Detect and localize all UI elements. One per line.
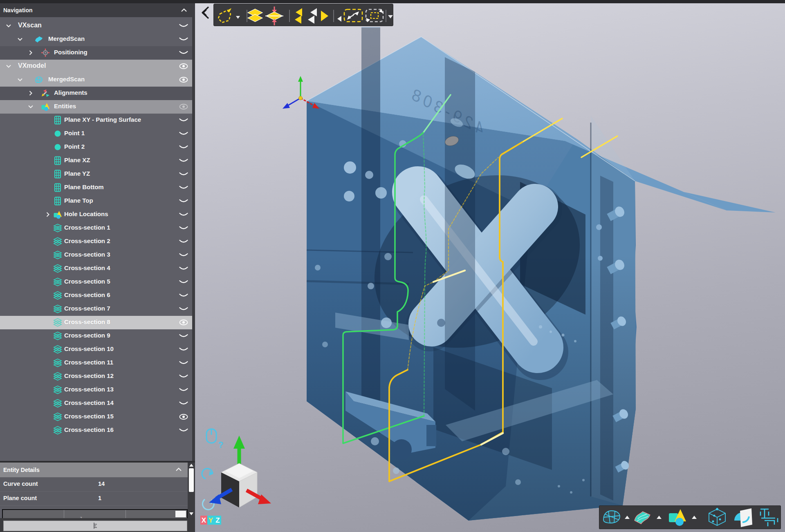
dropdown-caret-icon[interactable]	[388, 15, 393, 18]
surface-icon[interactable]	[635, 512, 650, 524]
step-back-double-icon[interactable]	[295, 8, 302, 24]
tree-scrollbar-track[interactable]	[192, 17, 195, 461]
eye-closed-icon[interactable]	[179, 277, 188, 286]
expander-open-icon[interactable]	[16, 35, 25, 44]
eye-closed-icon[interactable]	[179, 156, 188, 165]
point-cloud-cube-icon[interactable]	[709, 508, 725, 525]
table-scrollbar-corner[interactable]	[175, 511, 186, 517]
tree-row-cross-section-7[interactable]: Cross-section 7	[0, 302, 195, 316]
eye-closed-icon[interactable]	[179, 304, 188, 313]
eye-closed-icon[interactable]	[179, 250, 188, 259]
eye-closed-icon[interactable]	[179, 358, 188, 367]
tree-row-cross-section-11[interactable]: Cross-section 11	[0, 356, 195, 370]
tree-row-mergedscan[interactable]: MergedScan	[0, 73, 195, 87]
eye-closed-icon[interactable]	[179, 237, 188, 246]
expander-closed-icon[interactable]	[26, 48, 35, 57]
scrollbar-thumb[interactable]	[189, 468, 194, 492]
tree-row-plane-yz[interactable]: Plane YZ	[0, 168, 195, 181]
eye-closed-icon[interactable]	[179, 385, 188, 394]
eye-closed-icon[interactable]	[179, 210, 188, 219]
flyout-caret-icon[interactable]	[625, 516, 630, 519]
footer-progress-area[interactable]	[3, 521, 187, 531]
eye-closed-icon[interactable]	[179, 35, 188, 44]
tree-row-cross-section-12[interactable]: Cross-section 12	[0, 370, 195, 383]
tree-row-vxscan[interactable]: VXscan	[0, 19, 195, 33]
eye-closed-icon[interactable]	[179, 170, 188, 179]
tree-row-plane-xz[interactable]: Plane XZ	[0, 154, 195, 168]
eye-closed-icon[interactable]	[179, 291, 188, 300]
eye-closed-icon[interactable]	[179, 372, 188, 381]
collapse-up-icon[interactable]	[180, 7, 188, 13]
tree-row-point-1[interactable]: Point 1	[0, 127, 195, 141]
zoom-extents-icon[interactable]	[337, 9, 362, 22]
eye-closed-icon[interactable]	[179, 426, 188, 435]
eye-closed-icon[interactable]	[179, 183, 188, 192]
zoom-selection-icon[interactable]	[366, 9, 383, 22]
tree-row-mergedscan[interactable]: MergedScan	[0, 33, 195, 46]
expander-open-icon[interactable]	[4, 21, 13, 30]
tree-row-cross-section-10[interactable]: Cross-section 10	[0, 343, 195, 356]
cross-section-stack-icon[interactable]	[248, 9, 262, 22]
tree-row-plane-top[interactable]: Plane Top	[0, 194, 195, 208]
expander-closed-icon[interactable]	[43, 210, 52, 219]
datum-alignment-icon[interactable]	[760, 509, 778, 526]
tree-row-cross-section-1[interactable]: Cross-section 1	[0, 221, 195, 235]
expander-open-icon[interactable]	[4, 62, 13, 71]
tree-row-alignments[interactable]: Alignments	[0, 87, 195, 100]
tree-row-plane-xy-parting-surface[interactable]: Plane XY - Parting Surface	[0, 114, 195, 127]
tree-row-vxmodel[interactable]: VXmodel	[0, 60, 195, 73]
tree-row-hole-locations[interactable]: Hole Locations	[0, 208, 195, 221]
selection-lasso-icon[interactable]	[218, 8, 231, 22]
tree-row-positioning[interactable]: Positioning	[0, 46, 195, 60]
tree-row-cross-section-15[interactable]: Cross-section 15	[0, 410, 195, 424]
tree-row-cross-section-9[interactable]: Cross-section 9	[0, 329, 195, 343]
tree-row-cross-section-6[interactable]: Cross-section 6	[0, 289, 195, 302]
rotate-view-icon[interactable]	[202, 469, 213, 479]
details-scrollbar[interactable]	[188, 463, 195, 518]
eye-closed-icon[interactable]	[179, 129, 188, 138]
model-body[interactable]: 429-308	[307, 27, 776, 521]
tree-row-cross-section-4[interactable]: Cross-section 4	[0, 262, 195, 275]
entity-details-header[interactable]: Entity Details	[0, 463, 188, 477]
mesh-icon[interactable]	[603, 511, 620, 523]
step-forward-icon[interactable]	[308, 8, 328, 24]
eye-closed-icon[interactable]	[179, 345, 188, 354]
xyz-axis-badge[interactable]: X Y Z	[200, 516, 221, 525]
tree-row-cross-section-3[interactable]: Cross-section 3	[0, 248, 195, 262]
tree-row-cross-section-5[interactable]: Cross-section 5	[0, 275, 195, 289]
tree-row-entities[interactable]: Entities	[0, 100, 195, 114]
dropdown-caret-icon[interactable]	[236, 16, 240, 19]
tree-row-point-2[interactable]: Point 2	[0, 141, 195, 154]
viewport-3d[interactable]: 429-308	[195, 0, 785, 532]
eye-closed-icon[interactable]	[179, 116, 188, 125]
expander-open-icon[interactable]	[26, 102, 35, 111]
eye-open-icon[interactable]	[179, 318, 188, 327]
expander-open-icon[interactable]	[16, 75, 25, 84]
tree-row-cross-section-16[interactable]: Cross-section 16	[0, 424, 195, 437]
eye-open-icon[interactable]	[179, 62, 188, 71]
eye-closed-icon[interactable]	[179, 143, 188, 152]
tree-row-cross-section-8[interactable]: Cross-section 8	[0, 316, 195, 329]
eye-open-icon[interactable]	[179, 102, 188, 111]
eye-closed-icon[interactable]	[179, 264, 188, 273]
collapse-up-icon[interactable]	[175, 467, 182, 472]
eye-closed-icon[interactable]	[179, 224, 188, 232]
tree-row-plane-bottom[interactable]: Plane Bottom	[0, 181, 195, 194]
panel-collapse-icon[interactable]	[202, 7, 209, 18]
eye-closed-icon[interactable]	[179, 197, 188, 206]
cross-section-compress-icon[interactable]	[265, 7, 283, 25]
eye-open-icon[interactable]	[179, 412, 188, 421]
tree-row-cross-section-14[interactable]: Cross-section 14	[0, 397, 195, 410]
section-plane-icon[interactable]	[734, 508, 752, 527]
flyout-caret-icon[interactable]	[657, 516, 662, 519]
flyout-caret-icon[interactable]	[692, 516, 697, 519]
eye-open-icon[interactable]	[179, 75, 188, 84]
mouse-help-icon[interactable]: ?	[206, 429, 223, 450]
tree-row-cross-section-13[interactable]: Cross-section 13	[0, 383, 195, 397]
eye-closed-icon[interactable]	[179, 331, 188, 340]
navigation-panel-header[interactable]: Navigation	[0, 3, 195, 17]
tree-row-cross-section-2[interactable]: Cross-section 2	[0, 235, 195, 248]
eye-closed-icon[interactable]	[179, 399, 188, 408]
entities-icon[interactable]	[669, 509, 686, 526]
eye-closed-icon[interactable]	[179, 21, 188, 30]
